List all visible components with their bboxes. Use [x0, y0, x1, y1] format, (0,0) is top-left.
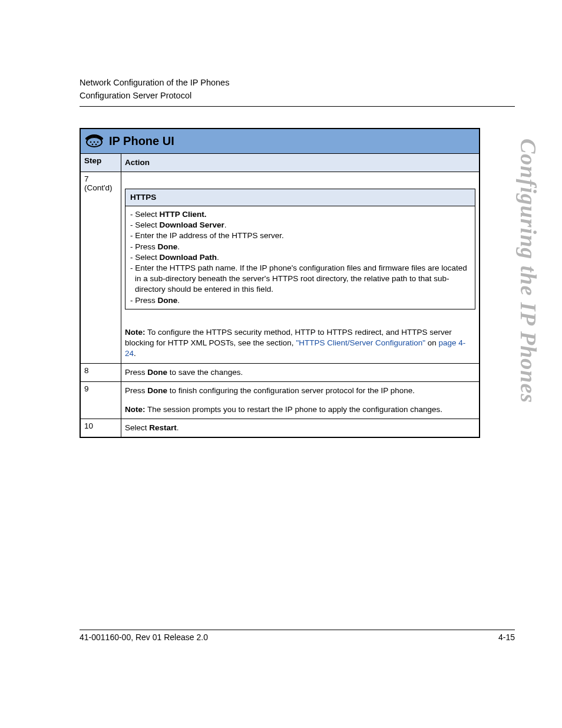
note-label: Note:	[125, 328, 146, 337]
table-row: 10 Select Restart.	[80, 419, 480, 438]
svg-point-2	[94, 141, 95, 143]
step-contd: (Cont'd)	[84, 183, 113, 192]
subtable-header: HTTPS	[125, 189, 475, 206]
footer-doc-id: 41-001160-00, Rev 01 Release 2.0	[80, 633, 208, 642]
action-cell: Select Restart.	[121, 419, 480, 438]
step-number: 7	[84, 174, 89, 183]
note-label: Note:	[125, 405, 146, 414]
action-cell: Press Done to finish configuring the con…	[121, 381, 480, 419]
step-cell: 10	[80, 419, 121, 438]
svg-point-3	[97, 141, 99, 143]
subtable-title: HTTPS	[125, 189, 475, 206]
footer-page-number: 4-15	[498, 633, 515, 642]
note-block: Note: To configure the HTTPS security me…	[125, 327, 475, 360]
svg-point-1	[90, 141, 92, 143]
running-header: Network Configuration of the IP Phones C…	[80, 77, 515, 103]
phone-icon	[84, 131, 104, 151]
table-row: 7 (Cont'd) HTTPS - Select HTTP Client. -…	[80, 172, 480, 363]
https-subtable: HTTPS - Select HTTP Client. - Select Dow…	[125, 189, 475, 309]
table-header-row: Step Action	[80, 153, 480, 172]
action-cell: Press Done to save the changes.	[121, 363, 480, 381]
svg-point-4	[92, 143, 94, 145]
col-head-action: Action	[121, 153, 480, 172]
step-cell: 9	[80, 381, 121, 419]
procedure-table: IP Phone UI Step Action 7 (Cont'd) HTTPS	[80, 128, 480, 439]
page-footer: 41-001160-00, Rev 01 Release 2.0 4-15	[80, 630, 515, 642]
svg-point-5	[95, 143, 97, 145]
header-line-2: Configuration Server Protocol	[80, 90, 515, 103]
header-line-1: Network Configuration of the IP Phones	[80, 77, 515, 90]
header-rule	[80, 106, 515, 107]
subtable-body: - Select HTTP Client. - Select Download …	[125, 206, 475, 309]
side-tab-title: Configuring the IP Phones	[515, 139, 541, 403]
table-row: 8 Press Done to save the changes.	[80, 363, 480, 381]
table-row: 9 Press Done to finish configuring the c…	[80, 381, 480, 419]
action-cell: HTTPS - Select HTTP Client. - Select Dow…	[121, 172, 480, 363]
table-title-row: IP Phone UI	[80, 129, 480, 154]
step-cell: 8	[80, 363, 121, 381]
subtable-body-row: - Select HTTP Client. - Select Download …	[125, 206, 475, 309]
link-https-config[interactable]: "HTTPS Client/Server Configuration"	[296, 338, 425, 347]
table-title: IP Phone UI	[109, 134, 174, 148]
page-content: Network Configuration of the IP Phones C…	[0, 0, 562, 438]
step-cell: 7 (Cont'd)	[80, 172, 121, 363]
col-head-step: Step	[80, 153, 121, 172]
footer-rule	[80, 630, 515, 630]
